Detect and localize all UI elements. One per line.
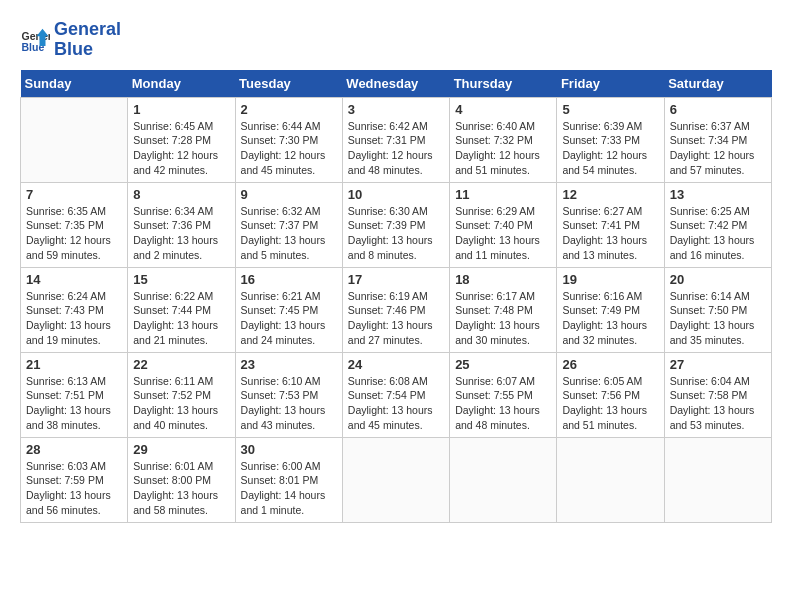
day-info: Sunrise: 6:04 AMSunset: 7:58 PMDaylight:… bbox=[670, 374, 766, 433]
calendar-cell: 7Sunrise: 6:35 AMSunset: 7:35 PMDaylight… bbox=[21, 182, 128, 267]
calendar-cell: 8Sunrise: 6:34 AMSunset: 7:36 PMDaylight… bbox=[128, 182, 235, 267]
day-number: 8 bbox=[133, 187, 229, 202]
day-info: Sunrise: 6:37 AMSunset: 7:34 PMDaylight:… bbox=[670, 119, 766, 178]
day-number: 25 bbox=[455, 357, 551, 372]
week-row-3: 14Sunrise: 6:24 AMSunset: 7:43 PMDayligh… bbox=[21, 267, 772, 352]
column-header-sunday: Sunday bbox=[21, 70, 128, 98]
calendar-cell: 11Sunrise: 6:29 AMSunset: 7:40 PMDayligh… bbox=[450, 182, 557, 267]
week-row-5: 28Sunrise: 6:03 AMSunset: 7:59 PMDayligh… bbox=[21, 437, 772, 522]
calendar-cell: 21Sunrise: 6:13 AMSunset: 7:51 PMDayligh… bbox=[21, 352, 128, 437]
day-number: 24 bbox=[348, 357, 444, 372]
day-number: 18 bbox=[455, 272, 551, 287]
day-number: 7 bbox=[26, 187, 122, 202]
day-info: Sunrise: 6:29 AMSunset: 7:40 PMDaylight:… bbox=[455, 204, 551, 263]
day-info: Sunrise: 6:00 AMSunset: 8:01 PMDaylight:… bbox=[241, 459, 337, 518]
day-number: 27 bbox=[670, 357, 766, 372]
header-row: SundayMondayTuesdayWednesdayThursdayFrid… bbox=[21, 70, 772, 98]
day-info: Sunrise: 6:21 AMSunset: 7:45 PMDaylight:… bbox=[241, 289, 337, 348]
day-info: Sunrise: 6:08 AMSunset: 7:54 PMDaylight:… bbox=[348, 374, 444, 433]
day-info: Sunrise: 6:25 AMSunset: 7:42 PMDaylight:… bbox=[670, 204, 766, 263]
day-info: Sunrise: 6:22 AMSunset: 7:44 PMDaylight:… bbox=[133, 289, 229, 348]
day-number: 12 bbox=[562, 187, 658, 202]
logo: General Blue General Blue bbox=[20, 20, 121, 60]
day-number: 16 bbox=[241, 272, 337, 287]
day-number: 26 bbox=[562, 357, 658, 372]
calendar-cell: 20Sunrise: 6:14 AMSunset: 7:50 PMDayligh… bbox=[664, 267, 771, 352]
calendar-cell: 13Sunrise: 6:25 AMSunset: 7:42 PMDayligh… bbox=[664, 182, 771, 267]
day-info: Sunrise: 6:13 AMSunset: 7:51 PMDaylight:… bbox=[26, 374, 122, 433]
day-info: Sunrise: 6:03 AMSunset: 7:59 PMDaylight:… bbox=[26, 459, 122, 518]
calendar-cell: 29Sunrise: 6:01 AMSunset: 8:00 PMDayligh… bbox=[128, 437, 235, 522]
calendar-cell: 18Sunrise: 6:17 AMSunset: 7:48 PMDayligh… bbox=[450, 267, 557, 352]
day-info: Sunrise: 6:27 AMSunset: 7:41 PMDaylight:… bbox=[562, 204, 658, 263]
calendar-cell: 4Sunrise: 6:40 AMSunset: 7:32 PMDaylight… bbox=[450, 97, 557, 182]
week-row-4: 21Sunrise: 6:13 AMSunset: 7:51 PMDayligh… bbox=[21, 352, 772, 437]
logo-text: General Blue bbox=[54, 20, 121, 60]
day-number: 21 bbox=[26, 357, 122, 372]
calendar-cell: 28Sunrise: 6:03 AMSunset: 7:59 PMDayligh… bbox=[21, 437, 128, 522]
day-info: Sunrise: 6:14 AMSunset: 7:50 PMDaylight:… bbox=[670, 289, 766, 348]
column-header-wednesday: Wednesday bbox=[342, 70, 449, 98]
calendar-cell bbox=[342, 437, 449, 522]
day-info: Sunrise: 6:34 AMSunset: 7:36 PMDaylight:… bbox=[133, 204, 229, 263]
day-number: 14 bbox=[26, 272, 122, 287]
calendar-cell bbox=[664, 437, 771, 522]
day-info: Sunrise: 6:35 AMSunset: 7:35 PMDaylight:… bbox=[26, 204, 122, 263]
calendar-cell bbox=[21, 97, 128, 182]
calendar-cell: 2Sunrise: 6:44 AMSunset: 7:30 PMDaylight… bbox=[235, 97, 342, 182]
calendar-cell: 25Sunrise: 6:07 AMSunset: 7:55 PMDayligh… bbox=[450, 352, 557, 437]
column-header-thursday: Thursday bbox=[450, 70, 557, 98]
day-number: 3 bbox=[348, 102, 444, 117]
day-info: Sunrise: 6:01 AMSunset: 8:00 PMDaylight:… bbox=[133, 459, 229, 518]
column-header-friday: Friday bbox=[557, 70, 664, 98]
day-info: Sunrise: 6:30 AMSunset: 7:39 PMDaylight:… bbox=[348, 204, 444, 263]
column-header-saturday: Saturday bbox=[664, 70, 771, 98]
day-number: 17 bbox=[348, 272, 444, 287]
logo-icon: General Blue bbox=[20, 25, 50, 55]
calendar-cell: 10Sunrise: 6:30 AMSunset: 7:39 PMDayligh… bbox=[342, 182, 449, 267]
day-number: 9 bbox=[241, 187, 337, 202]
day-number: 22 bbox=[133, 357, 229, 372]
day-number: 15 bbox=[133, 272, 229, 287]
column-header-monday: Monday bbox=[128, 70, 235, 98]
day-info: Sunrise: 6:07 AMSunset: 7:55 PMDaylight:… bbox=[455, 374, 551, 433]
day-number: 13 bbox=[670, 187, 766, 202]
day-info: Sunrise: 6:11 AMSunset: 7:52 PMDaylight:… bbox=[133, 374, 229, 433]
day-number: 10 bbox=[348, 187, 444, 202]
calendar-cell: 30Sunrise: 6:00 AMSunset: 8:01 PMDayligh… bbox=[235, 437, 342, 522]
day-info: Sunrise: 6:44 AMSunset: 7:30 PMDaylight:… bbox=[241, 119, 337, 178]
calendar-cell: 24Sunrise: 6:08 AMSunset: 7:54 PMDayligh… bbox=[342, 352, 449, 437]
week-row-2: 7Sunrise: 6:35 AMSunset: 7:35 PMDaylight… bbox=[21, 182, 772, 267]
day-number: 28 bbox=[26, 442, 122, 457]
calendar-cell: 17Sunrise: 6:19 AMSunset: 7:46 PMDayligh… bbox=[342, 267, 449, 352]
day-number: 5 bbox=[562, 102, 658, 117]
calendar-cell bbox=[450, 437, 557, 522]
calendar-cell: 15Sunrise: 6:22 AMSunset: 7:44 PMDayligh… bbox=[128, 267, 235, 352]
day-info: Sunrise: 6:17 AMSunset: 7:48 PMDaylight:… bbox=[455, 289, 551, 348]
day-info: Sunrise: 6:05 AMSunset: 7:56 PMDaylight:… bbox=[562, 374, 658, 433]
calendar-table: SundayMondayTuesdayWednesdayThursdayFrid… bbox=[20, 70, 772, 523]
day-number: 4 bbox=[455, 102, 551, 117]
day-info: Sunrise: 6:42 AMSunset: 7:31 PMDaylight:… bbox=[348, 119, 444, 178]
calendar-cell: 14Sunrise: 6:24 AMSunset: 7:43 PMDayligh… bbox=[21, 267, 128, 352]
calendar-cell: 9Sunrise: 6:32 AMSunset: 7:37 PMDaylight… bbox=[235, 182, 342, 267]
day-number: 20 bbox=[670, 272, 766, 287]
page-header: General Blue General Blue bbox=[20, 20, 772, 60]
day-info: Sunrise: 6:16 AMSunset: 7:49 PMDaylight:… bbox=[562, 289, 658, 348]
calendar-cell: 3Sunrise: 6:42 AMSunset: 7:31 PMDaylight… bbox=[342, 97, 449, 182]
day-number: 29 bbox=[133, 442, 229, 457]
calendar-cell: 5Sunrise: 6:39 AMSunset: 7:33 PMDaylight… bbox=[557, 97, 664, 182]
day-number: 6 bbox=[670, 102, 766, 117]
calendar-cell: 26Sunrise: 6:05 AMSunset: 7:56 PMDayligh… bbox=[557, 352, 664, 437]
day-info: Sunrise: 6:39 AMSunset: 7:33 PMDaylight:… bbox=[562, 119, 658, 178]
day-info: Sunrise: 6:19 AMSunset: 7:46 PMDaylight:… bbox=[348, 289, 444, 348]
day-number: 30 bbox=[241, 442, 337, 457]
day-info: Sunrise: 6:24 AMSunset: 7:43 PMDaylight:… bbox=[26, 289, 122, 348]
calendar-cell: 19Sunrise: 6:16 AMSunset: 7:49 PMDayligh… bbox=[557, 267, 664, 352]
calendar-cell bbox=[557, 437, 664, 522]
calendar-cell: 6Sunrise: 6:37 AMSunset: 7:34 PMDaylight… bbox=[664, 97, 771, 182]
day-number: 19 bbox=[562, 272, 658, 287]
day-number: 2 bbox=[241, 102, 337, 117]
calendar-cell: 16Sunrise: 6:21 AMSunset: 7:45 PMDayligh… bbox=[235, 267, 342, 352]
week-row-1: 1Sunrise: 6:45 AMSunset: 7:28 PMDaylight… bbox=[21, 97, 772, 182]
